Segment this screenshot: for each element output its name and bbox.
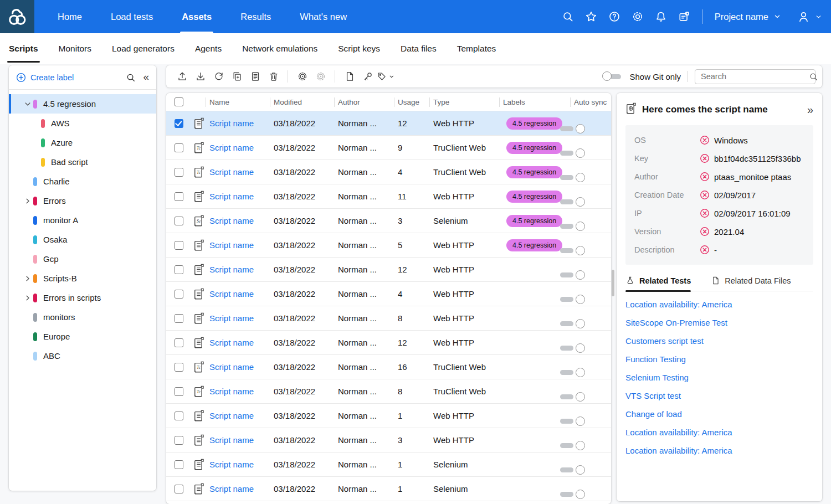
table-row[interactable]: Script name 03/18/2022 Norman ... 12 Web… (166, 258, 611, 282)
script-name-link[interactable]: Script name (206, 119, 270, 128)
widgets-icon[interactable] (674, 7, 694, 27)
script-name-link[interactable]: Script name (206, 192, 270, 201)
script-name-link[interactable]: Script name (206, 387, 270, 396)
related-test-link[interactable]: Location availability: America (625, 446, 813, 455)
script-name-link[interactable]: Script name (206, 313, 270, 323)
create-script-icon[interactable] (340, 69, 358, 84)
label-tree-item[interactable]: 4.5 regression (9, 94, 156, 114)
duplicate-icon[interactable] (228, 69, 246, 84)
row-checkbox[interactable] (175, 363, 183, 372)
select-all-checkbox[interactable] (175, 97, 183, 106)
row-checkbox[interactable] (175, 290, 183, 299)
script-name-link[interactable]: Script name (206, 338, 270, 347)
label-tree-item[interactable]: Europe (9, 327, 156, 346)
script-name-link[interactable]: Script name (206, 484, 270, 493)
label-tree-item[interactable]: Azure (9, 133, 156, 152)
search-icon[interactable] (809, 72, 818, 81)
table-row[interactable]: Tc Script name 03/18/2022 Norman ... 8 T… (166, 379, 611, 404)
script-name-link[interactable]: Script name (206, 460, 270, 469)
script-name-link[interactable]: Script name (206, 240, 270, 250)
table-row[interactable]: Script name 03/18/2022 Norman ... 1 Sele… (166, 477, 611, 501)
table-row[interactable]: Se Script name 03/18/2022 Norman ... 3 S… (166, 209, 611, 233)
tab-data-files[interactable]: Data files (401, 33, 437, 64)
chevron-right-icon[interactable] (22, 273, 33, 284)
script-key-icon[interactable] (358, 69, 377, 84)
row-checkbox[interactable] (175, 217, 183, 225)
row-checkbox[interactable] (175, 412, 183, 420)
row-checkbox[interactable] (175, 192, 183, 201)
column-header-labels[interactable]: Labels (500, 97, 571, 107)
table-row[interactable]: Script name 03/18/2022 Norman ... 8 Web … (166, 306, 611, 331)
column-header-author[interactable]: Author (335, 97, 394, 107)
runtime-settings-icon[interactable] (293, 69, 311, 84)
user-menu[interactable] (789, 7, 822, 27)
label-tree-item[interactable]: Gcp (9, 249, 156, 269)
label-tree-item[interactable]: Errors in scripts (9, 288, 156, 307)
nav-item-load-tests[interactable]: Load tests (96, 0, 167, 33)
favorites-star-icon[interactable] (581, 7, 601, 27)
tab-network-emulations[interactable]: Network emulations (242, 33, 317, 64)
label-tree-item[interactable]: Osaka (9, 230, 156, 249)
table-scrollbar[interactable] (612, 270, 614, 296)
script-name-link[interactable]: Script name (206, 362, 270, 372)
upload-icon[interactable] (173, 69, 191, 84)
chevron-right-icon[interactable] (22, 196, 33, 207)
details-tab-related-tests[interactable]: Related Tests (625, 276, 691, 291)
row-checkbox[interactable] (175, 168, 183, 177)
details-tab-related-data-files[interactable]: Related Data Files (711, 276, 791, 291)
column-header-auto-sync[interactable]: Auto sync (571, 97, 611, 107)
label-tree-item[interactable]: Charlie (9, 172, 156, 191)
app-logo[interactable] (0, 0, 34, 33)
settings-gear-icon[interactable] (628, 7, 648, 27)
script-name-link[interactable]: Script name (206, 435, 270, 445)
related-test-link[interactable]: Customers script test (625, 336, 813, 346)
show-git-only-toggle[interactable] (602, 71, 623, 82)
refresh-icon[interactable] (209, 69, 228, 84)
row-checkbox[interactable] (175, 119, 183, 128)
script-name-link[interactable]: Script name (206, 143, 270, 152)
tab-script-keys[interactable]: Script keys (338, 33, 380, 64)
row-checkbox[interactable] (175, 241, 183, 250)
assign-label-icon[interactable] (377, 69, 395, 84)
chevron-down-icon[interactable] (22, 99, 33, 110)
tab-scripts[interactable]: Scripts (9, 33, 38, 64)
table-row[interactable]: Script name 03/18/2022 Norman ... 3 Web … (166, 428, 611, 452)
table-row[interactable]: Script name 03/18/2022 Norman ... 12 Web… (166, 111, 611, 136)
table-row[interactable]: Script name 03/18/2022 Norman ... 1 Web … (166, 404, 611, 428)
script-name-link[interactable]: Script name (206, 289, 270, 299)
label-tree-item[interactable]: Scripts-B (9, 269, 156, 288)
delete-icon[interactable] (264, 69, 283, 84)
notifications-bell-icon[interactable] (651, 7, 671, 27)
table-row[interactable]: Script name 03/18/2022 Norman ... 4 Web … (166, 282, 611, 306)
label-tree-item[interactable]: monitor A (9, 210, 156, 230)
table-row[interactable]: Tc Script name 03/18/2022 Norman ... 16 … (166, 355, 611, 379)
script-name-link[interactable]: Script name (206, 265, 270, 274)
table-row[interactable]: Script name 03/18/2022 Norman ... 12 Web… (166, 331, 611, 355)
row-checkbox[interactable] (175, 314, 183, 323)
script-name-link[interactable]: Script name (206, 167, 270, 177)
tab-templates[interactable]: Templates (457, 33, 496, 64)
advanced-settings-icon[interactable] (311, 69, 330, 84)
collapse-panel-icon[interactable]: » (807, 104, 813, 115)
search-input[interactable] (700, 71, 806, 81)
related-test-link[interactable]: SiteScope On-Premise Test (625, 318, 813, 327)
tab-load-generators[interactable]: Load generators (112, 33, 175, 64)
table-row[interactable]: Tc Script name 03/18/2022 Norman ... 4 T… (166, 160, 611, 184)
table-row[interactable]: Script name 03/18/2022 Norman ... 5 Web … (166, 233, 611, 258)
related-test-link[interactable]: VTS Script test (625, 391, 813, 400)
label-tree-item[interactable]: Bad script (9, 152, 156, 172)
column-header-name[interactable]: Name (206, 97, 270, 107)
label-tree-item[interactable]: Errors (9, 191, 156, 210)
script-name-link[interactable]: Script name (206, 216, 270, 225)
related-test-link[interactable]: Change of load (625, 409, 813, 419)
help-icon[interactable] (604, 7, 624, 27)
tab-monitors[interactable]: Monitors (59, 33, 91, 64)
row-checkbox[interactable] (175, 460, 183, 469)
related-test-link[interactable]: Location availability: America (625, 428, 813, 437)
search-icon[interactable] (558, 7, 578, 27)
search-labels-icon[interactable] (126, 73, 136, 83)
nav-item-home[interactable]: Home (43, 0, 96, 33)
label-tree-item[interactable]: ABC (9, 346, 156, 366)
view-script-icon[interactable] (246, 69, 264, 84)
row-checkbox[interactable] (175, 338, 183, 347)
